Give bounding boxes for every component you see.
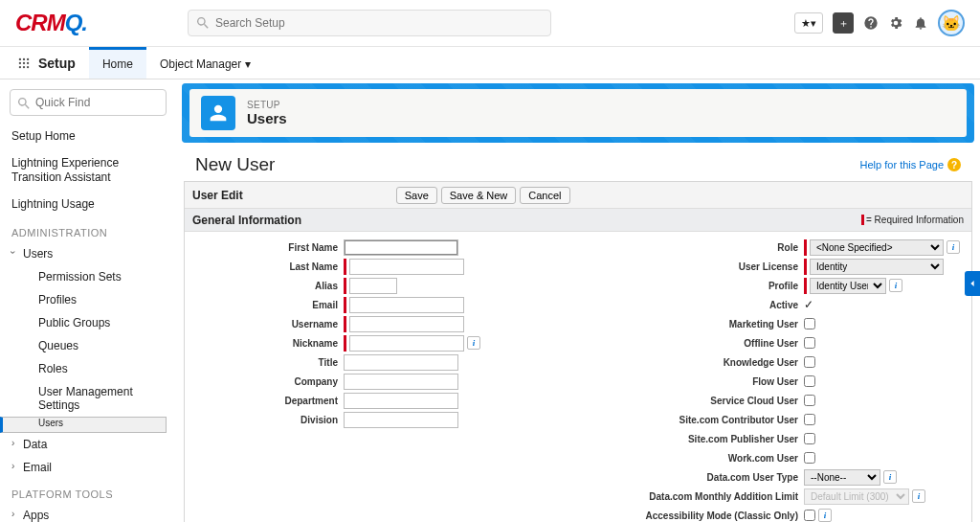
search-icon — [195, 15, 211, 31]
global-add-button[interactable]: ＋ — [833, 12, 854, 34]
knowledge-user-checkbox[interactable] — [804, 356, 815, 368]
hero-kicker: SETUP — [247, 100, 287, 110]
first-name-input[interactable] — [344, 239, 458, 256]
label-email: Email — [190, 300, 344, 310]
save-and-new-button[interactable]: Save & New — [441, 187, 517, 204]
global-search-input[interactable] — [188, 10, 551, 36]
sidebar-apps-group[interactable]: Apps — [10, 504, 167, 522]
sidebar-queues[interactable]: Queues — [10, 334, 167, 357]
label-knowledge-user: Knowledge User — [584, 357, 804, 368]
label-department: Department — [190, 396, 344, 406]
work-user-checkbox[interactable] — [804, 452, 815, 464]
nickname-input[interactable] — [349, 335, 464, 352]
label-service-cloud-user: Service Cloud User — [584, 396, 804, 406]
accessibility-checkbox[interactable] — [804, 510, 815, 521]
site-publisher-checkbox[interactable] — [804, 433, 815, 444]
sidebar-transition-assistant[interactable]: Lightning Experience Transition Assistan… — [10, 150, 167, 192]
sidebar-public-groups[interactable]: Public Groups — [10, 311, 167, 334]
label-offline-user: Offline User — [584, 338, 804, 349]
quick-find-input[interactable] — [10, 89, 167, 116]
svg-point-8 — [27, 65, 29, 67]
sidebar-profiles[interactable]: Profiles — [10, 288, 167, 311]
label-datacom-type: Data.com User Type — [584, 472, 804, 483]
profile-info-icon[interactable]: i — [889, 279, 902, 292]
marketing-user-checkbox[interactable] — [804, 318, 815, 329]
site-contributor-checkbox[interactable] — [804, 414, 815, 425]
search-icon — [16, 96, 32, 111]
username-input[interactable] — [349, 316, 464, 332]
svg-point-7 — [23, 65, 25, 67]
sidebar-email-group[interactable]: Email — [10, 456, 167, 479]
label-first-name: First Name — [190, 242, 344, 253]
help-icon: ? — [947, 158, 961, 171]
active-checkmark: ✓ — [804, 298, 813, 311]
svg-point-6 — [19, 65, 21, 67]
department-input[interactable] — [344, 393, 458, 409]
label-role: Role — [584, 242, 804, 253]
svg-point-1 — [23, 57, 25, 59]
profile-select[interactable]: Identity User — [810, 278, 886, 294]
required-legend: = Required Information — [861, 215, 964, 225]
flow-user-checkbox[interactable] — [804, 375, 815, 387]
save-button[interactable]: Save — [396, 187, 437, 204]
datacom-limit-select[interactable]: Default Limit (300) — [804, 488, 909, 505]
app-logo[interactable]: CRMQ. — [8, 10, 95, 36]
label-work-user: Work.com User — [584, 453, 804, 464]
svg-point-3 — [19, 61, 21, 63]
label-alias: Alias — [190, 281, 344, 291]
expand-panel-button[interactable] — [965, 271, 980, 296]
sidebar-users[interactable]: Users — [0, 417, 167, 433]
tab-home[interactable]: Home — [89, 47, 146, 79]
chevron-down-icon: ▾ — [245, 57, 251, 71]
sidebar-lightning-usage[interactable]: Lightning Usage — [10, 192, 167, 218]
role-select[interactable]: <None Specified> — [810, 239, 944, 256]
datacom-type-info-icon[interactable]: i — [883, 470, 897, 484]
sidebar-user-mgmt-settings[interactable]: User Management Settings — [10, 380, 167, 417]
svg-point-2 — [27, 57, 29, 59]
label-user-license: User License — [584, 261, 804, 272]
service-cloud-user-checkbox[interactable] — [804, 395, 815, 406]
cancel-button[interactable]: Cancel — [520, 187, 569, 204]
sidebar-data-group[interactable]: Data — [10, 433, 167, 456]
svg-point-4 — [23, 61, 25, 63]
gear-icon[interactable] — [888, 15, 903, 31]
label-marketing-user: Marketing User — [584, 319, 804, 329]
datacom-limit-info-icon[interactable]: i — [912, 489, 925, 503]
offline-user-checkbox[interactable] — [804, 337, 815, 349]
accessibility-info-icon[interactable]: i — [818, 509, 832, 522]
title-input[interactable] — [344, 354, 458, 371]
sidebar-users-group[interactable]: Users — [10, 242, 167, 265]
help-for-page-link[interactable]: Help for this Page? — [860, 158, 961, 171]
bell-icon[interactable] — [913, 15, 928, 31]
alias-input[interactable] — [349, 278, 397, 294]
help-icon[interactable] — [863, 15, 879, 31]
label-last-name: Last Name — [190, 261, 344, 272]
sidebar-roles[interactable]: Roles — [10, 357, 167, 380]
label-company: Company — [190, 376, 344, 387]
svg-point-0 — [19, 57, 21, 59]
label-title: Title — [190, 357, 344, 368]
hero-title: Users — [247, 110, 287, 126]
last-name-input[interactable] — [349, 259, 464, 275]
company-input[interactable] — [344, 374, 458, 390]
app-name-label: Setup — [34, 47, 89, 79]
user-license-select[interactable]: Identity — [810, 259, 944, 275]
sidebar-permission-sets[interactable]: Permission Sets — [10, 265, 167, 288]
label-username: Username — [190, 319, 344, 329]
app-launcher-icon[interactable] — [13, 47, 34, 79]
label-site-publisher: Site.com Publisher User — [584, 434, 804, 444]
nickname-info-icon[interactable]: i — [467, 336, 480, 350]
label-accessibility-mode: Accessibility Mode (Classic Only) — [584, 511, 804, 521]
role-info-icon[interactable]: i — [947, 240, 960, 254]
email-input[interactable] — [349, 297, 464, 313]
label-division: Division — [190, 415, 344, 425]
division-input[interactable] — [344, 412, 458, 428]
label-datacom-limit: Data.com Monthly Addition Limit — [584, 491, 804, 502]
sidebar-section-admin: ADMINISTRATION — [10, 217, 167, 242]
favorites-button[interactable]: ★▾ — [794, 12, 823, 34]
datacom-type-select[interactable]: --None-- — [804, 469, 880, 486]
user-avatar[interactable]: 🐱 — [938, 10, 965, 36]
sidebar-section-platform: PLATFORM TOOLS — [10, 479, 167, 504]
sidebar-setup-home[interactable]: Setup Home — [10, 124, 167, 150]
tab-object-manager[interactable]: Object Manager▾ — [146, 47, 264, 79]
